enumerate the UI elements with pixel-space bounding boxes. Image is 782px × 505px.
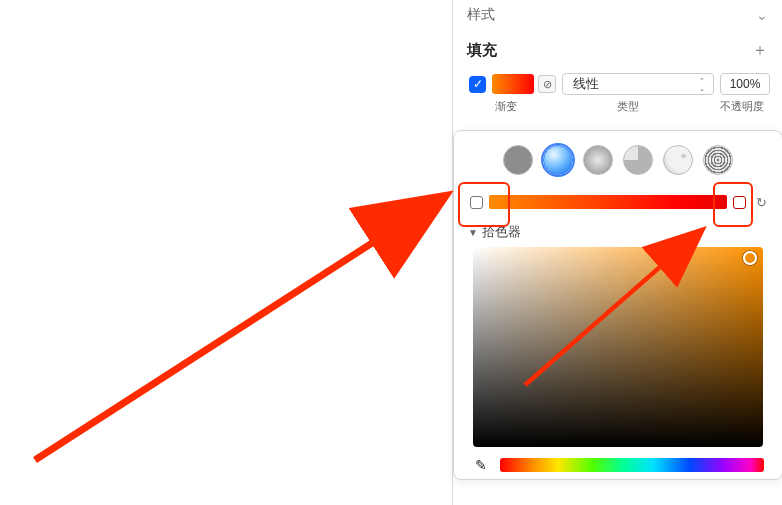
gradient-popover: ↻ ▼ 拾色器 ✎ [453,130,782,480]
fill-opacity-value: 100% [730,77,761,91]
svg-line-0 [35,198,442,460]
gradient-type-noise[interactable] [703,145,733,175]
color-field-cursor[interactable] [743,251,757,265]
rotate-gradient-icon[interactable]: ↻ [752,193,770,211]
fill-column-labels: 渐变 类型 不透明度 [453,97,782,114]
gradient-type-solid[interactable] [503,145,533,175]
link-icon[interactable]: ⊘ [538,75,556,93]
inspector-panel: 样式 ⌄ 填充 ＋ ✓ ⊘ 线性 ⌃ ⌄ 100% 渐变 类型 不透明度 [452,0,782,505]
gradient-type-row [464,141,772,187]
style-section-title: 样式 [467,6,495,24]
eyedropper-icon[interactable]: ✎ [470,457,492,473]
add-fill-button[interactable]: ＋ [752,40,768,61]
fill-type-value: 线性 [573,75,599,93]
picker-label-text: 拾色器 [482,223,521,241]
gradient-stop-left[interactable] [470,196,483,209]
color-field[interactable] [473,247,763,447]
gradient-bar[interactable] [489,195,727,209]
style-section-header[interactable]: 样式 ⌄ [453,0,782,30]
picker-section-header[interactable]: ▼ 拾色器 [464,221,772,247]
gradient-bar-row: ↻ [464,187,772,221]
fill-enabled-checkbox[interactable]: ✓ [469,76,486,93]
gradient-type-radial[interactable] [583,145,613,175]
stepper-icon: ⌃ ⌄ [699,77,705,92]
gradient-stop-right[interactable] [733,196,746,209]
triangle-down-icon: ▼ [468,227,478,238]
fill-section-header: 填充 ＋ [453,30,782,69]
label-opacity: 不透明度 [716,99,768,114]
gradient-type-linear-selected[interactable] [543,145,573,175]
fill-row: ✓ ⊘ 线性 ⌃ ⌄ 100% [453,69,782,97]
gradient-type-angular[interactable] [623,145,653,175]
hue-slider[interactable] [500,458,764,472]
label-swatch: 渐变 [473,99,539,114]
fill-opacity-input[interactable]: 100% [720,73,770,95]
fill-swatch[interactable] [492,74,534,94]
fill-section-title: 填充 [467,41,497,60]
label-type: 类型 [539,99,716,114]
chevron-down-icon: ⌄ [756,7,768,23]
fill-type-select[interactable]: 线性 ⌃ ⌄ [562,73,714,95]
hue-row: ✎ [464,453,772,475]
gradient-type-image[interactable] [663,145,693,175]
